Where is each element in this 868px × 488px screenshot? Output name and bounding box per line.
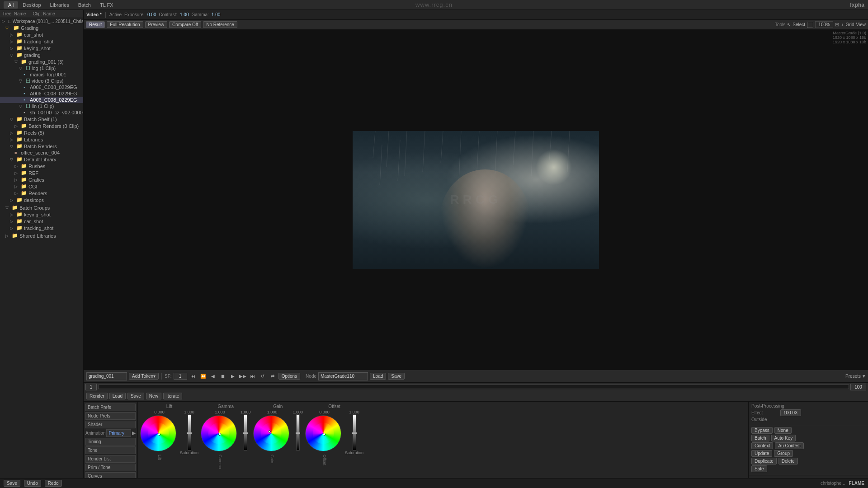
tab-desktop[interactable]: Desktop: [18, 1, 45, 9]
sidebar-item-renders[interactable]: ▷ 📁 Renders: [0, 190, 83, 197]
sidebar-item-lin[interactable]: ▽ 🎞 lin (1 Clip): [0, 103, 83, 109]
sidebar-item-reels[interactable]: ▷ 📁 Reels (5): [0, 129, 83, 136]
gamma-dot[interactable]: [218, 433, 221, 436]
tab-tlfx[interactable]: TL FX: [95, 1, 118, 9]
render-list-button[interactable]: Render List: [85, 455, 136, 463]
grid-dropdown[interactable]: Grid: [846, 22, 854, 27]
tab-libraries[interactable]: Libraries: [46, 1, 74, 9]
lift-dot[interactable]: [158, 433, 160, 436]
lift-color-wheel[interactable]: [140, 415, 176, 451]
sidebar-item-grading[interactable]: ▽ 📁 Grading: [0, 24, 83, 31]
timeline-track[interactable]: [98, 385, 849, 389]
save-dropdown[interactable]: Save: [127, 393, 144, 399]
viewer-tab-preview[interactable]: Preview: [145, 21, 168, 28]
skip-back-button[interactable]: ⏮: [189, 372, 197, 380]
sate-button[interactable]: Sate: [751, 465, 767, 472]
delete-button[interactable]: Delete: [778, 458, 798, 465]
sidebar-item-ref[interactable]: ▷ 📁 REF: [0, 169, 83, 176]
timing-button[interactable]: Timing: [85, 438, 136, 446]
options-button[interactable]: Options: [278, 373, 300, 380]
curves-button[interactable]: Curves: [85, 472, 136, 478]
square-icon[interactable]: [807, 22, 813, 28]
effect-value-button[interactable]: 100.0X: [780, 409, 801, 416]
sidebar-item-bg-tracking[interactable]: ▷ 📁 tracking_shot: [0, 225, 83, 231]
presets-arrow-icon[interactable]: ▾: [863, 373, 865, 379]
zoom-in-icon[interactable]: +: [841, 22, 844, 28]
sidebar-item-car-shot[interactable]: ▷ 📁 car_shot: [0, 31, 83, 38]
viewer-tab-no-ref[interactable]: No Reference: [203, 21, 237, 28]
sidebar-item-a006-3[interactable]: ▪ A006_C008_0229EG: [0, 97, 83, 103]
group-button[interactable]: Group: [774, 450, 793, 457]
gain-value-bar[interactable]: [296, 414, 300, 450]
sidebar-item-desktops[interactable]: ▷ 📁 desktops: [0, 197, 83, 203]
grading-name-input[interactable]: [86, 372, 127, 380]
sidebar-item-batch-groups[interactable]: ▽ 📁 Batch Groups: [0, 204, 83, 211]
status-redo-button[interactable]: Redo: [45, 480, 62, 487]
sidebar-item-default-lib[interactable]: ▽ 📁 Default Library: [0, 156, 83, 163]
next-frame-button[interactable]: ▶▶: [239, 372, 247, 380]
sf-value-input[interactable]: [174, 373, 187, 380]
context-button[interactable]: Context: [751, 442, 773, 449]
stop-button[interactable]: ⏹: [219, 372, 227, 380]
viewer-tab-result[interactable]: Result: [86, 21, 105, 28]
offset-wheel[interactable]: [305, 415, 344, 454]
load-button[interactable]: Load: [370, 373, 386, 380]
sidebar-item-batch-shelf[interactable]: ▽ 📁 Batch Shelf (1): [0, 116, 83, 122]
frame-number-input[interactable]: [85, 384, 97, 390]
auto-key-button[interactable]: Auto Key: [771, 435, 796, 441]
sidebar-item-grading001[interactable]: ▽ 📁 grading_001 (3): [0, 58, 83, 65]
sidebar-item-tracking-shot[interactable]: ▷ 📁 tracking_shot: [0, 38, 83, 45]
save-button[interactable]: Save: [388, 373, 405, 380]
sidebar-item-shared-libs[interactable]: ▷ 📁 Shared Libraries: [0, 232, 83, 239]
sidebar-item-keying-shot[interactable]: ▷ 📁 keying_shot: [0, 45, 83, 52]
play-button[interactable]: ▶: [229, 372, 237, 380]
lift-wheel[interactable]: [140, 415, 179, 454]
lift-bar-handle[interactable]: [187, 432, 192, 434]
sidebar-item-sh00100[interactable]: ▪ sh_00100_cz_v02.000005: [0, 109, 83, 116]
iterate-dropdown[interactable]: Iterate: [163, 393, 182, 399]
sidebar-item-rushes[interactable]: ▷ 📁 Rushes: [0, 163, 83, 169]
prev-frame-button[interactable]: ◀: [209, 372, 217, 380]
status-undo-button[interactable]: Undo: [24, 480, 41, 487]
workspace-item[interactable]: ▷ □ Workspace (0018_... 200511_Christoph…: [0, 18, 83, 24]
gamma-color-wheel[interactable]: [201, 415, 237, 451]
status-save-button[interactable]: Save: [4, 480, 20, 487]
sidebar-item-office-scene[interactable]: ■ office_scene_004: [0, 150, 83, 156]
offset-dot[interactable]: [323, 433, 326, 436]
load-dropdown[interactable]: Load: [109, 393, 126, 399]
none-button[interactable]: None: [774, 427, 792, 434]
sidebar-item-a006-2[interactable]: ▪ A006_C008_0229EG: [0, 90, 83, 97]
primary-button[interactable]: Primary: [106, 429, 131, 437]
sidebar-item-a006-1[interactable]: ▪ A006_C008_0229EG: [0, 84, 83, 90]
prim-tone-button[interactable]: Prim / Tone: [85, 464, 136, 471]
cursor-icon[interactable]: ↖: [787, 22, 791, 27]
sidebar-item-marcis[interactable]: ▪ marcis_log.0001: [0, 71, 83, 78]
lift-value-bar[interactable]: [188, 414, 191, 450]
zoom-fit-icon[interactable]: ⊞: [835, 22, 839, 28]
tab-batch[interactable]: Batch: [74, 1, 95, 9]
bypass-button[interactable]: Bypass: [751, 427, 773, 434]
new-dropdown[interactable]: New: [146, 393, 161, 399]
select-label[interactable]: Select: [793, 22, 805, 27]
offset-bar-handle[interactable]: [352, 432, 357, 434]
sidebar-item-batch-renders2[interactable]: ▽ 📁 Batch Renders: [0, 143, 83, 150]
gamma-wheel[interactable]: [201, 415, 239, 454]
viewer-tab-compare[interactable]: Compare Off: [169, 21, 201, 28]
node-prefs-button[interactable]: Node Prefs: [85, 412, 136, 420]
sidebar-item-grafics[interactable]: ▷ 📁 Grafics: [0, 176, 83, 183]
step-back-button[interactable]: ⏪: [199, 372, 207, 380]
sidebar-item-batch-renders1[interactable]: ▷ 📁 Batch Renders (0 Clip): [0, 122, 83, 129]
bounce-button[interactable]: ⇄: [269, 372, 277, 380]
loop-button[interactable]: ↺: [259, 372, 267, 380]
render-dropdown[interactable]: Render: [86, 393, 108, 399]
skip-forward-button[interactable]: ⏭: [249, 372, 257, 380]
tone-button[interactable]: Tone: [85, 446, 136, 454]
offset-value-bar[interactable]: [353, 414, 356, 450]
gamma-bar-handle[interactable]: [243, 432, 248, 434]
batch-button[interactable]: Batch: [751, 435, 769, 441]
au-context-button[interactable]: Au Contest: [775, 442, 803, 449]
sidebar-item-grading2[interactable]: ▽ 📁 grading: [0, 52, 83, 58]
add-token-button[interactable]: Add Token▾: [129, 373, 159, 380]
sidebar-item-log[interactable]: ▽ 🎞 log (1 Clip): [0, 65, 83, 71]
frame-end-input[interactable]: [850, 384, 866, 390]
